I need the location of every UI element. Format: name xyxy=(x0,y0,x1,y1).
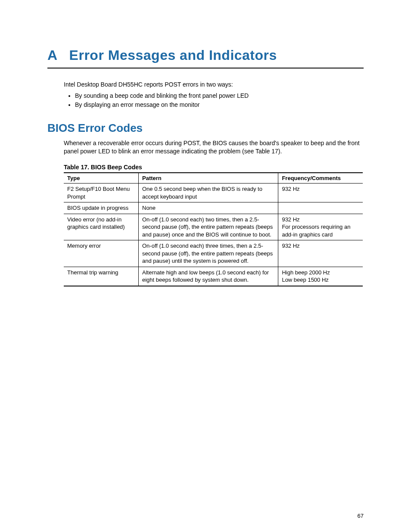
cell-frequency: 932 Hz xyxy=(278,183,363,202)
cell-pattern: Alternate high and low beeps (1.0 second… xyxy=(139,267,278,286)
table-header-row: Type Pattern Frequency/Comments xyxy=(64,173,363,184)
cell-frequency: 932 Hz For processors requiring an add-i… xyxy=(278,214,363,240)
header-pattern: Pattern xyxy=(139,173,278,184)
cell-type: Thermal trip warning xyxy=(64,267,139,286)
cell-pattern: One 0.5 second beep when the BIOS is rea… xyxy=(139,183,278,202)
cell-type: Video error (no add-in graphics card ins… xyxy=(64,214,139,240)
table-row: Memory error On-off (1.0 second each) th… xyxy=(64,240,363,267)
cell-type: F2 Setup/F10 Boot Menu Prompt xyxy=(64,183,139,202)
table-row: BIOS update in progress None xyxy=(64,202,363,214)
section-paragraph: Whenever a recoverable error occurs duri… xyxy=(64,139,364,156)
cell-frequency xyxy=(278,202,363,214)
cell-frequency: 932 Hz xyxy=(278,240,363,267)
cell-frequency: High beep 2000 Hz Low beep 1500 Hz xyxy=(278,267,363,286)
section-heading: BIOS Error Codes xyxy=(47,121,364,135)
bios-beep-table: Type Pattern Frequency/Comments F2 Setup… xyxy=(64,172,363,286)
table-row: Video error (no add-in graphics card ins… xyxy=(64,214,363,240)
list-item: By displaying an error message on the mo… xyxy=(75,101,364,109)
document-page: A Error Messages and Indicators Intel De… xyxy=(0,0,411,304)
table-row: F2 Setup/F10 Boot Menu Prompt One 0.5 se… xyxy=(64,183,363,202)
cell-pattern: On-off (1.0 second each) two times, then… xyxy=(139,214,278,240)
header-type: Type xyxy=(64,173,139,184)
intro-bullets: By sounding a beep code and blinking the… xyxy=(64,92,364,109)
intro-text: Intel Desktop Board DH55HC reports POST … xyxy=(64,81,364,89)
appendix-letter: A xyxy=(47,47,57,63)
cell-pattern: On-off (1.0 second each) three times, th… xyxy=(139,240,278,267)
table-row: Thermal trip warning Alternate high and … xyxy=(64,267,363,286)
page-number: 67 xyxy=(358,513,364,519)
page-title: A Error Messages and Indicators xyxy=(47,47,364,68)
cell-type: Memory error xyxy=(64,240,139,267)
cell-pattern: None xyxy=(139,202,278,214)
page-title-text: Error Messages and Indicators xyxy=(69,47,277,63)
table-caption: Table 17. BIOS Beep Codes xyxy=(64,164,364,171)
cell-type: BIOS update in progress xyxy=(64,202,139,214)
list-item: By sounding a beep code and blinking the… xyxy=(75,92,364,100)
header-frequency: Frequency/Comments xyxy=(278,173,363,184)
